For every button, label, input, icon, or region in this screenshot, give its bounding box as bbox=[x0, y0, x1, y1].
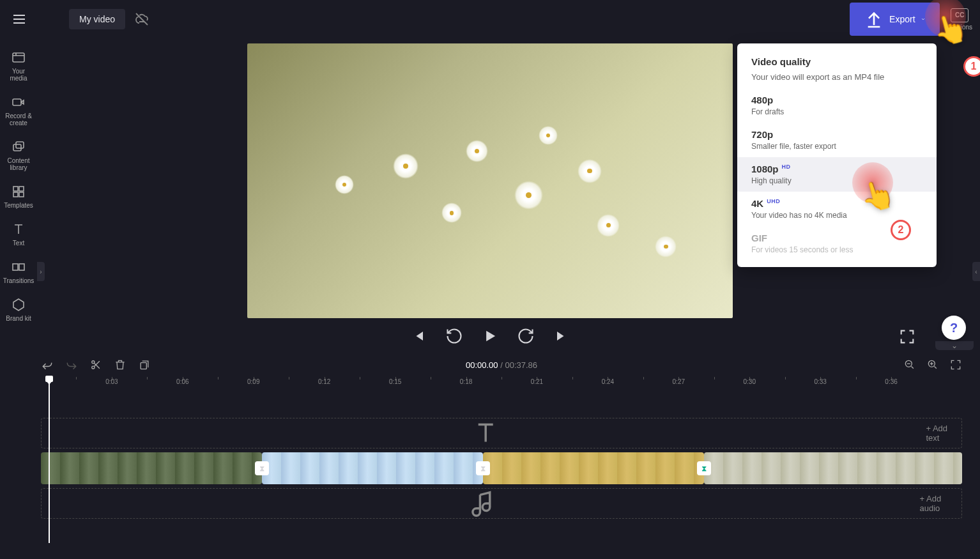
export-quality-popup: Video quality Your video will export as … bbox=[737, 43, 937, 267]
sidebar-label: Text bbox=[13, 240, 24, 247]
popup-title: Video quality bbox=[737, 56, 937, 67]
video-track[interactable]: ⧗ ⧗ ⧗ bbox=[41, 452, 962, 484]
sidebar-label: Templates bbox=[4, 202, 33, 209]
rewind-button[interactable] bbox=[445, 327, 463, 345]
cc-icon: CC bbox=[951, 8, 969, 22]
svg-rect-1 bbox=[13, 99, 21, 105]
quality-option-4k[interactable]: 4KUHD Your video has no 4K media bbox=[737, 192, 937, 226]
svg-rect-0 bbox=[13, 53, 24, 62]
playhead[interactable] bbox=[49, 377, 50, 543]
collapse-chevron-icon[interactable]: ⌄ bbox=[935, 341, 974, 350]
sidebar-item-record-create[interactable]: Record & create bbox=[3, 95, 34, 126]
transition-icon[interactable]: ⧗ bbox=[697, 461, 711, 475]
captions-label: Captions bbox=[947, 24, 972, 31]
quality-option-720p[interactable]: 720p Smaller file, faster export bbox=[737, 123, 937, 157]
help-button[interactable]: ? bbox=[942, 316, 966, 340]
svg-rect-4 bbox=[13, 187, 18, 191]
clip-2[interactable] bbox=[262, 452, 483, 484]
transitions-icon bbox=[11, 259, 26, 275]
transition-icon[interactable]: ⧗ bbox=[255, 461, 269, 475]
redo-button[interactable] bbox=[65, 358, 78, 371]
sidebar-item-transitions[interactable]: Transitions bbox=[3, 259, 34, 284]
svg-rect-3 bbox=[16, 142, 24, 148]
ruler-label: 0:33 bbox=[814, 378, 826, 385]
timeline-toolbar: 00:00.00 / 00:37.86 bbox=[41, 354, 962, 376]
hd-badge: HD bbox=[782, 164, 791, 170]
text-track[interactable]: + Add text bbox=[41, 418, 962, 448]
timeline-time: 00:00.00 / 00:37.86 bbox=[466, 360, 537, 370]
forward-button[interactable] bbox=[517, 327, 535, 345]
captions-button[interactable]: CC Captions bbox=[947, 8, 972, 31]
ruler-label: 0:18 bbox=[460, 378, 472, 385]
sidebar-item-brand-kit[interactable]: Brand kit bbox=[3, 297, 34, 322]
split-button[interactable] bbox=[89, 358, 102, 371]
sidebar-label: Record & create bbox=[3, 112, 34, 126]
duplicate-button[interactable] bbox=[138, 358, 151, 371]
fit-timeline-button[interactable] bbox=[949, 358, 962, 371]
expand-panel-left[interactable]: › bbox=[37, 262, 45, 281]
sidebar-item-content-library[interactable]: Content library bbox=[3, 139, 34, 171]
media-icon bbox=[11, 50, 26, 65]
skip-start-button[interactable] bbox=[410, 327, 427, 345]
export-button[interactable]: Export bbox=[850, 3, 939, 36]
clip-3[interactable] bbox=[483, 452, 704, 484]
sidebar-label: Transitions bbox=[3, 277, 34, 284]
record-icon bbox=[11, 95, 26, 110]
sidebar-label: Brand kit bbox=[6, 315, 31, 322]
uhd-badge: UHD bbox=[767, 198, 780, 204]
project-name-field[interactable]: My video bbox=[69, 9, 125, 29]
upload-icon bbox=[864, 9, 884, 29]
ruler-label: 0:06 bbox=[176, 378, 188, 385]
sidebar-item-text[interactable]: Text bbox=[3, 222, 34, 247]
ruler-label: 0:21 bbox=[531, 378, 543, 385]
quality-option-480p[interactable]: 480p For drafts bbox=[737, 88, 937, 123]
svg-rect-9 bbox=[19, 264, 24, 270]
audio-icon bbox=[50, 489, 915, 518]
clip-4[interactable] bbox=[704, 452, 962, 484]
text-icon bbox=[50, 418, 921, 448]
undo-button[interactable] bbox=[41, 358, 54, 371]
svg-rect-7 bbox=[19, 192, 24, 197]
export-button-label: Export bbox=[889, 14, 915, 24]
sidebar: Your media Record & create Content libra… bbox=[0, 45, 37, 322]
library-icon bbox=[11, 139, 26, 155]
svg-rect-5 bbox=[19, 187, 24, 191]
quality-option-1080p[interactable]: 1080pHD High quality bbox=[737, 157, 937, 192]
text-icon bbox=[11, 222, 26, 237]
video-preview[interactable] bbox=[247, 43, 733, 318]
quality-option-gif: GIF For videos 15 seconds or less bbox=[737, 226, 937, 261]
expand-panel-right[interactable]: ‹ bbox=[972, 262, 980, 281]
clip-1[interactable] bbox=[41, 452, 262, 484]
skip-end-button[interactable] bbox=[553, 327, 570, 345]
brand-kit-icon bbox=[11, 297, 26, 312]
cloud-off-icon[interactable] bbox=[134, 11, 149, 27]
ruler-label: 0:27 bbox=[673, 378, 685, 385]
ruler-label: 0:09 bbox=[247, 378, 259, 385]
fullscreen-button[interactable] bbox=[898, 328, 916, 346]
templates-icon bbox=[11, 184, 26, 199]
zoom-out-button[interactable] bbox=[903, 358, 916, 371]
sidebar-item-templates[interactable]: Templates bbox=[3, 184, 34, 209]
ruler-label: 0:12 bbox=[318, 378, 330, 385]
transition-icon[interactable]: ⧗ bbox=[476, 461, 490, 475]
ruler-label: 0:36 bbox=[885, 378, 897, 385]
zoom-in-button[interactable] bbox=[926, 358, 939, 371]
svg-point-10 bbox=[92, 361, 95, 364]
delete-button[interactable] bbox=[114, 358, 126, 371]
ruler-label: 0:03 bbox=[105, 378, 118, 385]
popup-subtitle: Your video will export as an MP4 file bbox=[737, 72, 937, 88]
timeline-ruler[interactable]: 0:030:060:090:120:150:180:210:240:270:30… bbox=[41, 377, 962, 391]
sidebar-label: Your media bbox=[3, 68, 34, 82]
svg-rect-6 bbox=[13, 192, 18, 197]
sidebar-item-your-media[interactable]: Your media bbox=[3, 50, 34, 82]
ruler-label: 0:15 bbox=[389, 378, 401, 385]
play-button[interactable] bbox=[481, 327, 499, 345]
ruler-label: 0:30 bbox=[743, 378, 755, 385]
playback-controls bbox=[410, 327, 570, 345]
audio-track[interactable]: + Add audio bbox=[41, 488, 962, 519]
hamburger-menu-icon[interactable] bbox=[8, 8, 31, 31]
ruler-label: 0:24 bbox=[602, 378, 614, 385]
svg-rect-8 bbox=[13, 264, 18, 270]
svg-rect-12 bbox=[141, 363, 146, 369]
chevron-down-icon bbox=[921, 17, 926, 22]
